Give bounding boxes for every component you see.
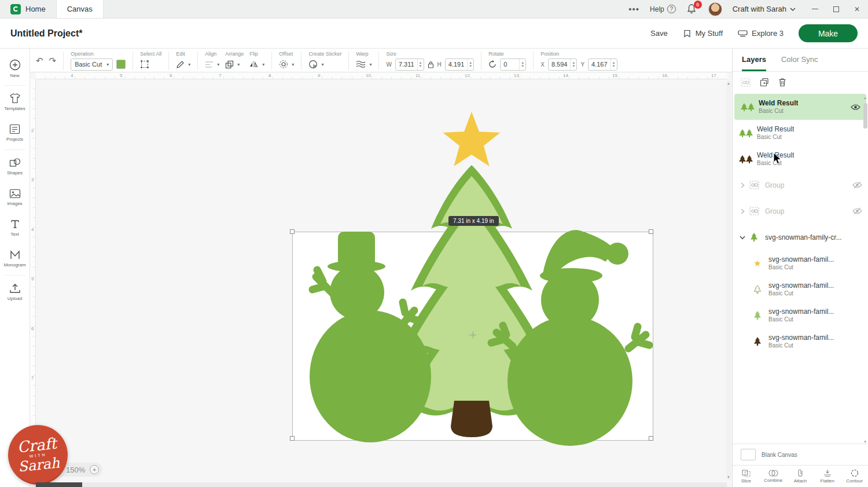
- snowman-family-artwork[interactable]: [289, 104, 660, 452]
- layer-row-weld-result-3[interactable]: Weld Result Basic Cut: [733, 146, 868, 172]
- rotate-stepper[interactable]: ▲▼: [519, 59, 525, 70]
- canvas-vertical-scrollbar[interactable]: ▲ ▼: [726, 80, 731, 480]
- create-sticker-button[interactable]: [308, 59, 318, 69]
- help-button[interactable]: Help ?: [650, 5, 676, 13]
- sidebar-item-new[interactable]: New: [0, 53, 30, 84]
- arrange-button[interactable]: [225, 59, 234, 69]
- edit-button[interactable]: [176, 59, 185, 69]
- warp-caret-icon[interactable]: ▾: [369, 62, 372, 67]
- layer-row-svg-child-tree-outline[interactable]: svg-snowman-famil... Basic Cut: [733, 276, 868, 302]
- sidebar-item-templates[interactable]: Templates: [0, 87, 30, 118]
- offset-caret-icon[interactable]: ▾: [292, 62, 294, 67]
- rotate-icon[interactable]: [488, 59, 496, 69]
- position-x-input[interactable]: 8.594▲▼: [548, 58, 577, 71]
- scrollbar-thumb[interactable]: [36, 482, 82, 487]
- selection-handle-bottom-left[interactable]: [290, 436, 295, 441]
- group-button[interactable]: [741, 77, 751, 87]
- blank-canvas-row[interactable]: Blank Canvas: [733, 444, 868, 465]
- combine-button[interactable]: Combine: [760, 470, 787, 483]
- contour-button[interactable]: Contour: [841, 469, 868, 484]
- height-stepper[interactable]: ▲▼: [467, 59, 473, 70]
- sidebar-item-upload[interactable]: Upload: [0, 277, 30, 307]
- scroll-up-icon[interactable]: ▲: [863, 96, 867, 100]
- canvas-horizontal-scrollbar[interactable]: [36, 482, 727, 487]
- avatar[interactable]: [708, 2, 722, 16]
- layer-row-svg-child-tree-green[interactable]: svg-snowman-famil... Basic Cut: [733, 302, 868, 328]
- zoom-in-button[interactable]: +: [90, 465, 99, 474]
- flip-button[interactable]: [249, 59, 259, 69]
- chevron-right-icon[interactable]: [738, 208, 746, 214]
- sidebar-item-shapes[interactable]: Shapes: [0, 151, 30, 182]
- align-caret-icon[interactable]: ▾: [217, 62, 219, 67]
- contour-icon: [851, 469, 859, 477]
- select-all-button[interactable]: [140, 59, 149, 69]
- position-x-stepper[interactable]: ▲▼: [570, 59, 576, 70]
- attach-button[interactable]: Attach: [787, 469, 814, 484]
- height-input[interactable]: 4.191▲▼: [445, 58, 474, 71]
- chevron-right-icon[interactable]: [738, 182, 746, 188]
- flatten-button[interactable]: Flatten: [814, 469, 841, 484]
- selection-handle-top-left[interactable]: [290, 229, 295, 234]
- chevron-down-icon[interactable]: [738, 235, 746, 240]
- sidebar-item-images[interactable]: Images: [0, 182, 30, 213]
- canvas-tab[interactable]: Canvas: [56, 0, 104, 18]
- width-input[interactable]: 7.311▲▼: [395, 58, 424, 71]
- layer-row-svg-parent[interactable]: svg-snowman-family-cr...: [733, 224, 868, 250]
- sidebar-item-monogram[interactable]: Monogram: [0, 243, 30, 274]
- align-button[interactable]: [205, 59, 214, 69]
- undo-button[interactable]: ↶: [36, 56, 43, 66]
- scrollbar-thumb[interactable]: [863, 103, 867, 129]
- slice-button[interactable]: Slice: [733, 470, 760, 484]
- selection-handle-bottom-right[interactable]: [649, 436, 653, 441]
- redo-button[interactable]: ↷: [49, 56, 57, 66]
- position-y-input[interactable]: 4.167▲▼: [588, 58, 617, 71]
- visibility-off-icon[interactable]: [852, 181, 862, 189]
- design-canvas[interactable]: 4 5 6 7 8 9 10 11 12 13 14 15 16 17 2 3 …: [30, 72, 732, 487]
- home-tab[interactable]: Home: [0, 0, 56, 18]
- tab-layers[interactable]: Layers: [742, 49, 766, 71]
- color-swatch[interactable]: [116, 60, 126, 69]
- position-y-stepper[interactable]: ▲▼: [610, 59, 617, 70]
- star-shape[interactable]: [443, 112, 501, 166]
- visibility-icon[interactable]: [851, 104, 860, 111]
- left-snowman-shape[interactable]: [310, 232, 431, 442]
- offset-button[interactable]: [279, 59, 288, 69]
- more-menu-icon[interactable]: •••: [628, 4, 639, 14]
- sidebar-item-text[interactable]: Text: [0, 213, 30, 243]
- flip-caret-icon[interactable]: ▾: [262, 62, 264, 67]
- make-button[interactable]: Make: [799, 24, 858, 42]
- explore-button[interactable]: Explore 3: [738, 29, 784, 38]
- tab-color-sync[interactable]: Color Sync: [781, 49, 818, 71]
- operation-select[interactable]: Basic Cut▾: [71, 58, 113, 71]
- account-menu[interactable]: Craft with Sarah: [733, 5, 796, 13]
- delete-button[interactable]: [778, 77, 786, 87]
- sidebar-item-projects[interactable]: Projects: [0, 118, 30, 148]
- layer-row-weld-result-2[interactable]: Weld Result Basic Cut: [733, 120, 868, 146]
- rotate-input[interactable]: 0▲▼: [500, 58, 526, 71]
- warp-button[interactable]: [356, 59, 366, 69]
- edit-caret-icon[interactable]: ▾: [188, 62, 190, 67]
- my-stuff-button[interactable]: My Stuff: [683, 29, 723, 38]
- create-sticker-caret-icon[interactable]: ▾: [321, 62, 323, 67]
- layers-scrollbar[interactable]: ▲ ▼: [863, 96, 867, 444]
- scroll-up-icon[interactable]: ▲: [727, 82, 730, 85]
- scroll-down-icon[interactable]: ▼: [727, 475, 730, 479]
- layer-row-weld-result-1[interactable]: Weld Result Basic Cut: [734, 94, 866, 120]
- layer-row-group-1[interactable]: Group: [733, 172, 868, 198]
- arrange-caret-icon[interactable]: ▾: [237, 62, 240, 67]
- notifications-button[interactable]: 6: [686, 3, 698, 15]
- minimize-button[interactable]: [812, 9, 818, 9]
- save-button[interactable]: Save: [650, 29, 668, 38]
- selection-handle-top-right[interactable]: [649, 229, 653, 234]
- visibility-off-icon[interactable]: [852, 207, 862, 215]
- duplicate-button[interactable]: [760, 77, 769, 87]
- layer-row-svg-child-star[interactable]: ★ svg-snowman-famil... Basic Cut: [733, 250, 868, 276]
- scroll-down-icon[interactable]: ▼: [863, 440, 867, 444]
- maximize-button[interactable]: [833, 6, 839, 12]
- close-button[interactable]: ✕: [854, 6, 860, 13]
- blank-canvas-swatch[interactable]: [741, 449, 756, 460]
- layer-row-group-2[interactable]: Group: [733, 198, 868, 224]
- layer-row-svg-child-tree-dark[interactable]: svg-snowman-famil... Basic Cut: [733, 328, 868, 354]
- lock-aspect-icon[interactable]: [428, 59, 434, 69]
- width-stepper[interactable]: ▲▼: [417, 59, 424, 70]
